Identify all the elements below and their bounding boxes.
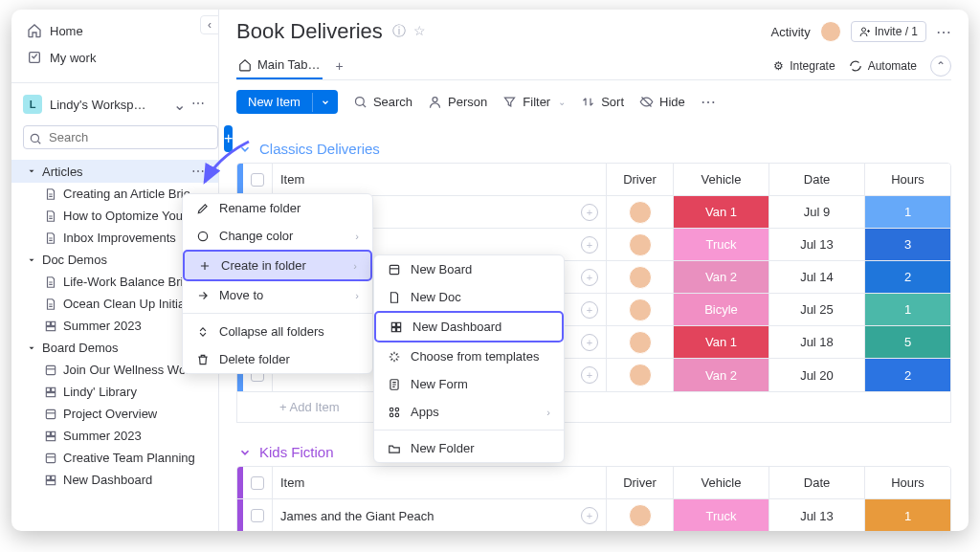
collapse-icon [196,325,210,339]
nav-home[interactable]: Home [23,17,207,44]
workspace-chevron-icon[interactable]: ⌄ [173,96,186,114]
menu-delete-folder[interactable]: Delete folder [183,345,372,373]
cell-date[interactable]: Jul 14 [768,261,864,293]
column-driver[interactable]: Driver [606,164,673,195]
expand-subitems-icon[interactable]: + [581,236,598,254]
submenu-templates[interactable]: Choose from templates [374,342,564,370]
add-item-input[interactable]: + Add Item [236,392,951,423]
submenu-apps[interactable]: Apps› [374,398,564,426]
expand-subitems-icon[interactable]: + [581,269,598,286]
column-hours[interactable]: Hours [864,164,950,195]
cell-hours[interactable]: 1 [864,499,950,531]
submenu-new-board[interactable]: New Board [374,255,564,283]
submenu-new-dashboard[interactable]: New Dashboard [374,311,564,342]
column-driver[interactable]: Driver [606,467,673,498]
select-all-checkbox[interactable] [243,467,272,498]
sidebar-item[interactable]: Creative Team Planning [11,447,218,469]
toolbar-filter[interactable]: Filter⌄ [502,95,566,109]
sidebar-item[interactable]: Summer 2023 [11,425,218,447]
automate-button[interactable]: Automate [849,59,917,73]
cell-hours[interactable]: 1 [864,294,950,325]
cell-date[interactable]: Jul 13 [768,229,864,260]
expand-subitems-icon[interactable]: + [581,204,598,221]
invite-button[interactable]: Invite / 1 [851,21,926,42]
menu-rename-folder[interactable]: Rename folder [183,194,372,222]
cell-item[interactable]: James and the Giant Peach+ [272,499,606,531]
integrate-button[interactable]: ⚙Integrate [773,59,835,73]
expand-subitems-icon[interactable]: + [581,507,598,524]
cell-driver[interactable] [606,294,673,325]
cell-vehicle[interactable]: Van 1 [673,196,768,228]
favorite-icon[interactable]: ☆ [413,23,426,40]
cell-driver[interactable] [606,326,673,358]
workspace-name[interactable]: Lindy's Worksp… [50,98,166,112]
activity-label[interactable]: Activity [770,25,810,39]
cell-date[interactable]: Jul 18 [768,326,864,358]
user-avatar[interactable] [820,21,841,42]
sidebar-collapse-toggle[interactable]: ‹ [200,15,219,34]
tab-main[interactable]: Main Tab… [236,52,323,79]
cell-vehicle[interactable]: Truck [673,229,768,260]
new-item-dropdown[interactable] [312,93,338,112]
toolbar-person[interactable]: Person [428,95,487,109]
cell-hours[interactable]: 5 [864,326,950,358]
cell-driver[interactable] [606,359,673,391]
cell-date[interactable]: Jul 25 [768,294,864,325]
column-date[interactable]: Date [768,164,864,195]
cell-driver[interactable] [606,229,673,260]
collapse-header-button[interactable]: ⌃ [930,55,951,77]
cell-vehicle[interactable]: Van 1 [673,326,768,358]
expand-subitems-icon[interactable]: + [581,334,598,351]
column-hours[interactable]: Hours [864,467,950,498]
new-item-button[interactable]: New Item [236,90,338,114]
svg-rect-13 [46,453,55,462]
add-tab-button[interactable]: + [336,58,344,74]
toolbar-sort[interactable]: Sort [581,95,624,109]
info-icon[interactable]: ⓘ [392,23,406,40]
submenu-new-folder[interactable]: New Folder [374,434,564,462]
sidebar-item[interactable]: Project Overview [11,403,218,425]
cell-hours[interactable]: 1 [864,196,950,228]
cell-date[interactable]: Jul 13 [768,499,864,531]
sidebar-item[interactable]: Lindy' Library [11,381,218,403]
menu-move-to[interactable]: Move to› [183,281,372,309]
expand-subitems-icon[interactable]: + [581,301,598,319]
group-header-kids[interactable]: Kids Fiction [238,444,951,460]
menu-change-color[interactable]: Change color› [183,222,372,250]
column-item[interactable]: Item [272,467,606,498]
toolbar-more-icon[interactable]: ⋯ [701,93,716,111]
cell-hours[interactable]: 3 [864,229,950,260]
group-header-classics[interactable]: Classics Deliveries [238,141,951,157]
toolbar-hide[interactable]: Hide [639,95,685,109]
column-vehicle[interactable]: Vehicle [673,164,768,195]
expand-subitems-icon[interactable]: + [581,366,598,384]
toolbar-search[interactable]: Search [353,95,412,109]
sidebar-search-input[interactable] [23,125,218,149]
cell-driver[interactable] [606,261,673,293]
cell-date[interactable]: Jul 20 [768,359,864,391]
menu-create-in-folder[interactable]: Create in folder› [183,250,372,281]
submenu-new-doc[interactable]: New Doc [374,283,564,311]
folder-articles[interactable]: Articles⋯ [11,160,218,183]
board-options-icon[interactable]: ⋯ [936,23,951,41]
cell-hours[interactable]: 2 [864,261,950,293]
cell-vehicle[interactable]: Van 2 [673,261,768,293]
menu-collapse-folders[interactable]: Collapse all folders [183,318,372,345]
cell-vehicle[interactable]: Truck [673,499,768,531]
sidebar-item[interactable]: New Dashboard [11,469,218,491]
column-vehicle[interactable]: Vehicle [673,467,768,498]
column-item[interactable]: Item [272,164,606,195]
cell-vehicle[interactable]: Bicyle [673,294,768,325]
cell-date[interactable]: Jul 9 [768,196,864,228]
submenu-new-form[interactable]: New Form [374,370,564,398]
svg-point-18 [355,98,364,106]
nav-mywork[interactable]: My work [23,44,207,71]
cell-driver[interactable] [606,196,673,228]
cell-hours[interactable]: 2 [864,359,950,391]
cell-vehicle[interactable]: Van 2 [673,359,768,391]
row-checkbox[interactable] [243,499,272,531]
column-date[interactable]: Date [768,467,864,498]
cell-driver[interactable] [606,499,673,531]
table-row[interactable]: James and the Giant Peach+TruckJul 131 [237,499,950,531]
workspace-menu-icon[interactable]: ⋯ [189,96,207,114]
